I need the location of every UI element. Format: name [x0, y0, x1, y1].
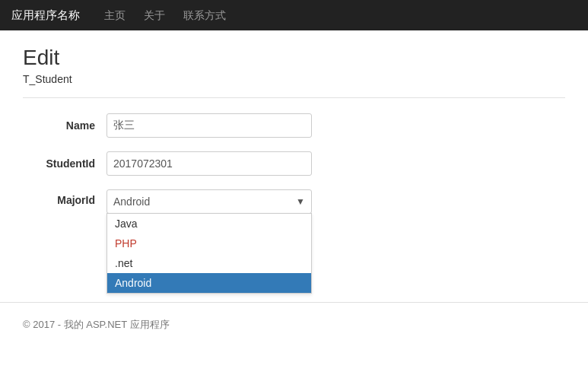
name-label: Name	[23, 119, 106, 132]
navbar-brand[interactable]: 应用程序名称	[11, 8, 80, 23]
studentid-field-group: StudentId	[23, 151, 565, 176]
majorid-select-wrapper: Android ▼ Java PHP .net Android	[106, 189, 312, 214]
select-arrow-icon: ▼	[296, 196, 305, 207]
main-content: Edit T_Student Name StudentId MajorId An…	[0, 30, 588, 294]
footer: © 2017 - 我的 ASP.NET 应用程序	[0, 310, 588, 339]
page-subtitle: T_Student	[23, 73, 565, 85]
navbar-links: 主页 关于 联系方式	[95, 0, 235, 30]
dropdown-item-java[interactable]: Java	[107, 214, 311, 234]
dropdown-item-dotnet[interactable]: .net	[107, 253, 311, 273]
footer-text: © 2017 - 我的 ASP.NET 应用程序	[23, 319, 170, 330]
majorid-field-group: MajorId Android ▼ Java PHP .net Android	[23, 189, 565, 214]
majorid-select[interactable]: Android ▼	[106, 189, 312, 214]
navbar: 应用程序名称 主页 关于 联系方式	[0, 0, 588, 30]
studentid-label: StudentId	[23, 157, 106, 170]
title-divider	[23, 97, 565, 98]
majorid-label: MajorId	[23, 189, 106, 206]
footer-divider	[0, 302, 588, 303]
majorid-selected-value: Android	[113, 196, 150, 208]
name-input[interactable]	[106, 113, 312, 138]
navbar-link-contact[interactable]: 联系方式	[174, 0, 235, 30]
page-title: Edit	[23, 46, 565, 70]
name-field-group: Name	[23, 113, 565, 138]
dropdown-item-android[interactable]: Android	[107, 273, 311, 293]
dropdown-item-php[interactable]: PHP	[107, 234, 311, 253]
navbar-link-home[interactable]: 主页	[95, 0, 135, 30]
studentid-input[interactable]	[106, 151, 312, 176]
navbar-link-about[interactable]: 关于	[135, 0, 174, 30]
majorid-dropdown: Java PHP .net Android	[106, 213, 312, 294]
